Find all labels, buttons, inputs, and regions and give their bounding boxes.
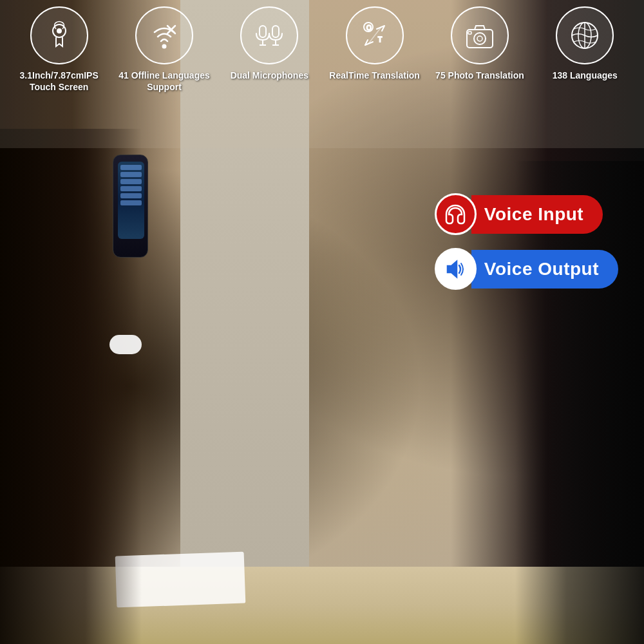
svg-text:O: O [366, 24, 372, 32]
svg-text:T: T [378, 36, 382, 43]
dual-microphones-label: Dual Microphones [231, 70, 308, 81]
voice-output-text: Voice Output [471, 250, 618, 289]
dual-mic-icon [253, 19, 285, 52]
voice-input-badge: Voice Input [435, 193, 618, 235]
feature-photo-translation: 75 Photo Translation [430, 6, 529, 81]
dual-microphones-icon-circle [240, 6, 298, 64]
translation-device [113, 155, 148, 258]
voice-output-icon-circle [435, 248, 477, 290]
svg-point-1 [57, 29, 61, 33]
screen-line-2 [120, 172, 142, 177]
headphone-icon [444, 203, 467, 226]
svg-rect-8 [272, 26, 279, 37]
svg-rect-18 [468, 32, 471, 34]
photo-translation-label: 75 Photo Translation [435, 70, 524, 81]
svg-point-17 [477, 36, 482, 41]
earbuds-case [109, 335, 142, 354]
screen-line-1 [120, 165, 142, 170]
features-bar: 3.1Inch/7.87cmIPS Touch Screen 41 Offlin… [0, 0, 644, 148]
offline-languages-label: 41 Offline Languages Support [114, 70, 214, 93]
screen-line-4 [120, 186, 142, 191]
photo-translation-icon-circle [451, 6, 509, 64]
realtime-icon: O T [359, 19, 391, 52]
touch-screen-label: 3.1Inch/7.87cmIPS Touch Screen [9, 70, 109, 93]
device-in-hand [100, 129, 164, 335]
feature-touch-screen: 3.1Inch/7.87cmIPS Touch Screen [9, 6, 109, 93]
screen-line-5 [120, 193, 142, 198]
languages-icon-circle [556, 6, 614, 64]
svg-rect-5 [260, 26, 266, 37]
camera-icon [464, 19, 496, 52]
touch-icon [43, 19, 75, 52]
screen-line-6 [120, 200, 142, 205]
voice-input-text: Voice Input [471, 195, 603, 234]
voice-output-badge: Voice Output [435, 248, 618, 290]
screen-line-3 [120, 179, 142, 184]
touch-screen-icon-circle [30, 6, 88, 64]
realtime-translation-icon-circle: O T [346, 6, 404, 64]
svg-point-2 [162, 45, 166, 48]
feature-realtime-translation: O T RealTime Translation [325, 6, 424, 81]
offline-languages-icon-circle [135, 6, 193, 64]
feature-offline-languages: 41 Offline Languages Support [114, 6, 214, 93]
feature-languages: 138 Languages [535, 6, 635, 81]
speaker-icon [444, 258, 467, 281]
svg-point-16 [474, 33, 486, 44]
wifi-off-icon [148, 19, 180, 52]
globe-icon [569, 19, 601, 52]
languages-label: 138 Languages [553, 70, 618, 81]
voice-input-icon-circle [435, 193, 477, 235]
voice-badges-container: Voice Input Voice Output [435, 193, 618, 290]
device-screen [118, 162, 144, 239]
realtime-translation-label: RealTime Translation [329, 70, 420, 81]
feature-dual-microphones: Dual Microphones [220, 6, 319, 81]
